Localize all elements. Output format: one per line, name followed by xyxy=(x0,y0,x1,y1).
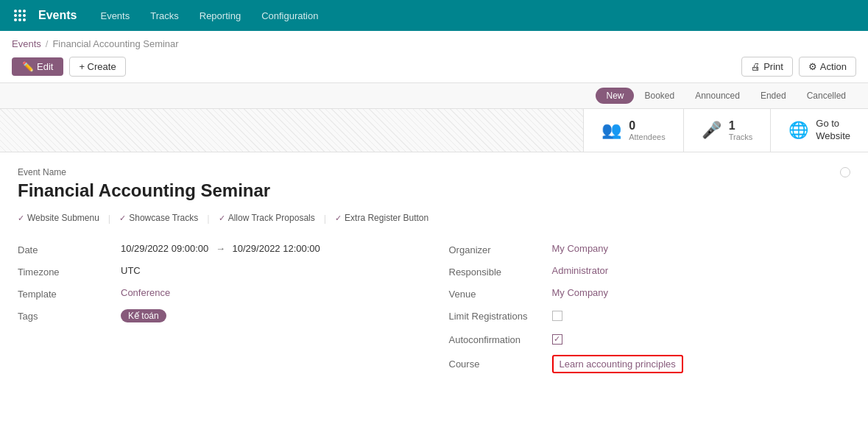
app-logo[interactable] xyxy=(9,4,31,27)
autoconfirmation-checkbox[interactable]: ✓ xyxy=(552,334,562,345)
status-booked[interactable]: Booked xyxy=(634,88,685,104)
event-name-field-label: Event Name xyxy=(18,167,840,177)
edit-button[interactable]: ✏️ Edit xyxy=(12,57,63,76)
feature-label: Website Submenu xyxy=(27,213,99,223)
stat-website[interactable]: 🌐 Go toWebsite xyxy=(770,109,868,152)
field-organizer: Organizer My Company xyxy=(449,239,851,261)
field-course: Course Learn accounting principles xyxy=(449,350,851,378)
statsbar: 👥 0 Attendees 🎤 1 Tracks 🌐 Go toWebsite xyxy=(0,109,868,152)
limit-registrations-checkbox[interactable] xyxy=(552,311,562,321)
status-announced-label: Announced xyxy=(695,91,740,101)
nav-reporting[interactable]: Reporting xyxy=(191,6,250,26)
attendees-icon: 👥 xyxy=(601,121,621,140)
breadcrumb: Events / Financial Accounting Seminar xyxy=(0,31,868,54)
status-announced[interactable]: Announced xyxy=(685,88,750,104)
status-cancelled[interactable]: Cancelled xyxy=(797,88,856,104)
field-date: Date 10/29/2022 09:00:00 → 10/29/2022 12… xyxy=(18,239,420,261)
status-booked-label: Booked xyxy=(644,91,674,101)
status-ended-label: Ended xyxy=(761,91,786,101)
organizer-label: Organizer xyxy=(449,243,552,255)
feature-track-proposals[interactable]: ✓ Allow Track Proposals xyxy=(219,213,315,223)
field-responsible: Responsible Administrator xyxy=(449,261,851,283)
feature-label: Allow Track Proposals xyxy=(228,213,315,223)
breadcrumb-separator: / xyxy=(46,38,49,49)
date-label: Date xyxy=(18,243,121,255)
template-value[interactable]: Conference xyxy=(121,287,420,298)
course-value[interactable]: Learn accounting principles xyxy=(560,359,676,370)
print-icon: 🖨 xyxy=(751,61,761,72)
field-autoconfirmation: Autoconfirmation ✓ xyxy=(449,328,851,350)
timezone-value: UTC xyxy=(121,265,420,276)
print-label: Print xyxy=(763,61,783,72)
feature-website-submenu[interactable]: ✓ Website Submenu xyxy=(18,213,99,223)
nav-events[interactable]: Events xyxy=(91,6,138,26)
checkmark-icon: ✓ xyxy=(335,214,342,223)
form-fields: Date 10/29/2022 09:00:00 → 10/29/2022 12… xyxy=(18,239,850,378)
field-timezone: Timezone UTC xyxy=(18,261,420,283)
feature-label: Extra Register Button xyxy=(345,213,428,223)
tags-label: Tags xyxy=(18,309,121,322)
field-venue: Venue My Company xyxy=(449,283,851,305)
left-column: Date 10/29/2022 09:00:00 → 10/29/2022 12… xyxy=(18,239,420,378)
status-circle xyxy=(840,167,850,177)
status-ended[interactable]: Ended xyxy=(750,88,797,104)
feature-showcase-tracks[interactable]: ✓ Showcase Tracks xyxy=(119,213,198,223)
date-arrow: → xyxy=(216,243,228,254)
autoconfirmation-label: Autoconfirmation xyxy=(449,333,552,345)
toolbar-right: 🖨 Print ⚙ Action xyxy=(741,57,856,77)
create-button[interactable]: + Create xyxy=(69,57,125,77)
date-end: 10/29/2022 12:00:00 xyxy=(233,243,320,254)
tags-value: Kế toán xyxy=(121,309,420,322)
website-label: Go toWebsite xyxy=(816,118,850,143)
action-button[interactable]: ⚙ Action xyxy=(799,57,856,77)
attendees-count: 0 xyxy=(629,119,666,133)
field-template: Template Conference xyxy=(18,283,420,305)
tracks-label: Tracks xyxy=(729,133,753,141)
limit-registrations-value xyxy=(552,309,851,323)
tracks-icon: 🎤 xyxy=(702,121,721,140)
feature-tags: ✓ Website Submenu | ✓ Showcase Tracks | … xyxy=(18,213,850,224)
statusbar: New Booked Announced Ended Cancelled xyxy=(0,82,868,109)
organizer-value[interactable]: My Company xyxy=(552,243,851,254)
attendees-label: Attendees xyxy=(629,133,666,141)
venue-label: Venue xyxy=(449,287,552,300)
status-new[interactable]: New xyxy=(596,88,634,104)
timezone-label: Timezone xyxy=(18,265,121,278)
status-cancelled-label: Cancelled xyxy=(807,91,846,101)
gear-icon: ⚙ xyxy=(808,61,817,72)
responsible-value[interactable]: Administrator xyxy=(552,265,851,276)
status-new-label: New xyxy=(606,91,624,101)
action-label: Action xyxy=(820,61,847,72)
event-title: Financial Accounting Seminar xyxy=(18,180,840,201)
create-label: + Create xyxy=(79,61,116,72)
date-start: 10/29/2022 09:00:00 xyxy=(121,243,208,254)
edit-icon: ✏️ xyxy=(22,61,34,72)
edit-label: Edit xyxy=(37,61,53,72)
print-button[interactable]: 🖨 Print xyxy=(741,57,793,77)
right-column: Organizer My Company Responsible Adminis… xyxy=(449,239,851,378)
form-area: Event Name Financial Accounting Seminar … xyxy=(0,152,868,392)
breadcrumb-current: Financial Accounting Seminar xyxy=(52,38,178,49)
checkmark-icon: ✓ xyxy=(219,214,225,223)
feature-extra-register[interactable]: ✓ Extra Register Button xyxy=(335,213,428,223)
date-value: 10/29/2022 09:00:00 → 10/29/2022 12:00:0… xyxy=(121,243,420,254)
stat-attendees[interactable]: 👥 0 Attendees xyxy=(583,109,683,152)
stat-tracks[interactable]: 🎤 1 Tracks xyxy=(683,109,771,152)
app-name: Events xyxy=(38,9,77,22)
topbar: Events Events Tracks Reporting Configura… xyxy=(0,0,868,31)
field-tags: Tags Kế toán xyxy=(18,305,420,328)
template-label: Template xyxy=(18,287,121,300)
limit-registrations-label: Limit Registrations xyxy=(449,309,552,322)
tracks-count: 1 xyxy=(729,119,753,133)
feature-label: Showcase Tracks xyxy=(129,213,198,223)
breadcrumb-root[interactable]: Events xyxy=(12,38,41,49)
checkmark-icon: ✓ xyxy=(119,214,126,223)
checkmark-icon: ✓ xyxy=(18,214,24,223)
nav-tracks[interactable]: Tracks xyxy=(141,6,188,26)
nav-configuration[interactable]: Configuration xyxy=(253,6,327,26)
toolbar: ✏️ Edit + Create 🖨 Print ⚙ Action xyxy=(0,54,868,82)
venue-value[interactable]: My Company xyxy=(552,287,851,298)
field-limit-registrations: Limit Registrations xyxy=(449,305,851,328)
course-value-box: Learn accounting principles xyxy=(552,355,683,373)
autoconfirmation-value: ✓ xyxy=(552,333,851,345)
